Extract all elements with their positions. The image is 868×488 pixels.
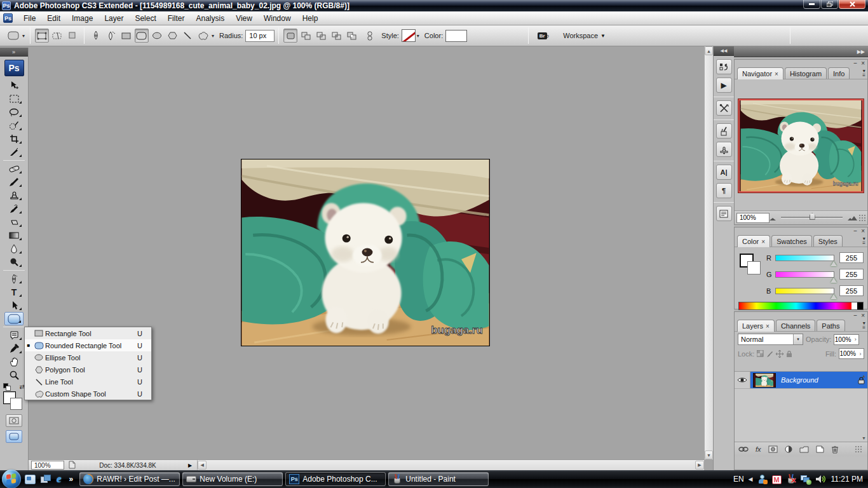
taskbar-button-explorer[interactable]: New Volume (E:) bbox=[182, 472, 283, 486]
pen-tool-button[interactable] bbox=[4, 272, 24, 285]
tab-close-icon[interactable]: × bbox=[775, 71, 778, 78]
panel-minimize-icon[interactable]: − bbox=[853, 228, 857, 234]
intersect-shape-button[interactable] bbox=[329, 29, 343, 43]
panel-resize-grip[interactable] bbox=[855, 445, 862, 453]
history-brush-tool-button[interactable] bbox=[4, 202, 24, 215]
restore-button[interactable] bbox=[821, 0, 838, 9]
network-tray-icon[interactable] bbox=[801, 474, 811, 484]
scroll-right-icon[interactable]: ▶ bbox=[695, 461, 704, 470]
taskbar-button-paint[interactable]: Untitled - Paint bbox=[388, 472, 489, 486]
menu-analysis[interactable]: Analysis bbox=[190, 13, 230, 24]
workspace-arrow-icon[interactable]: ▼ bbox=[600, 33, 606, 39]
layer-comps-panel-icon[interactable] bbox=[716, 206, 732, 221]
add-to-shape-button[interactable] bbox=[299, 29, 313, 43]
flyout-item-rounded-rectangle[interactable]: ■ Rounded Rectangle Tool U bbox=[25, 339, 151, 351]
layer-thumbnail[interactable] bbox=[753, 373, 776, 388]
new-shape-layer-button[interactable] bbox=[283, 29, 297, 43]
menu-image[interactable]: Image bbox=[66, 13, 98, 24]
ellipse-shape-button[interactable] bbox=[150, 29, 164, 43]
blend-mode-select[interactable]: Normal ▾ bbox=[738, 334, 803, 345]
messenger-tray-icon[interactable] bbox=[757, 474, 768, 484]
clock[interactable]: 11:21 PM bbox=[831, 475, 863, 484]
layer-style-icon[interactable]: fx bbox=[756, 445, 761, 453]
color-swatch[interactable] bbox=[445, 30, 467, 42]
radius-input[interactable]: 10 px bbox=[245, 30, 275, 42]
list-scroll-down-icon[interactable]: ▼ bbox=[862, 436, 866, 440]
green-slider[interactable] bbox=[775, 271, 834, 278]
gradient-tool-button[interactable] bbox=[4, 229, 24, 242]
toolbar-collapse-icon[interactable]: » bbox=[0, 48, 28, 57]
character-panel-icon[interactable]: A| bbox=[716, 165, 732, 180]
line-shape-button[interactable] bbox=[180, 29, 194, 43]
shape-tool-button[interactable] bbox=[4, 312, 24, 325]
crop-tool-button[interactable] bbox=[4, 132, 24, 146]
new-group-icon[interactable] bbox=[799, 446, 809, 453]
shape-options-dropdown-icon[interactable]: ▾ bbox=[212, 33, 214, 39]
blur-tool-button[interactable] bbox=[4, 242, 24, 255]
volume-tray-icon[interactable] bbox=[815, 474, 825, 484]
hand-tool-button[interactable] bbox=[4, 355, 24, 369]
type-tool-button[interactable]: T bbox=[4, 285, 24, 299]
fill-pixels-mode-button[interactable] bbox=[65, 29, 79, 43]
bridge-button[interactable]: Br ⌕ bbox=[532, 29, 554, 43]
status-menu-icon[interactable]: ▶ bbox=[188, 463, 192, 468]
rounded-rectangle-shape-button[interactable] bbox=[135, 29, 149, 43]
clone-stamp-tool-button[interactable] bbox=[4, 189, 24, 202]
style-swatch[interactable] bbox=[402, 29, 416, 42]
slice-tool-button[interactable] bbox=[4, 146, 24, 159]
language-indicator[interactable]: EN bbox=[733, 475, 744, 484]
zoom-in-icon[interactable] bbox=[848, 212, 857, 224]
fill-field[interactable]: 100% › bbox=[839, 348, 864, 359]
red-slider[interactable] bbox=[775, 255, 834, 261]
dock-expand-icon[interactable]: ▶▶ bbox=[857, 49, 865, 55]
switch-windows-icon[interactable] bbox=[41, 475, 51, 484]
spinner-icon[interactable]: › bbox=[852, 336, 858, 342]
lock-pixels-icon[interactable] bbox=[766, 350, 773, 358]
navigator-proxy-view[interactable] bbox=[738, 99, 864, 193]
menu-layer[interactable]: Layer bbox=[98, 13, 129, 24]
panel-close-icon[interactable]: × bbox=[861, 228, 865, 234]
menu-help[interactable]: Help bbox=[297, 13, 324, 24]
lock-all-icon[interactable] bbox=[786, 350, 792, 358]
panel-minimize-icon[interactable]: − bbox=[853, 313, 857, 319]
menu-edit[interactable]: Edit bbox=[41, 13, 66, 24]
screen-mode-button[interactable] bbox=[6, 430, 22, 443]
shape-layers-mode-button[interactable] bbox=[35, 29, 49, 43]
scroll-down-icon[interactable]: ▼ bbox=[705, 451, 713, 459]
red-value-field[interactable]: 255 bbox=[839, 252, 864, 263]
green-slider-thumb[interactable] bbox=[831, 278, 837, 283]
layer-row-background[interactable]: Background bbox=[735, 372, 867, 389]
panel-resize-grip[interactable] bbox=[858, 214, 866, 222]
close-button[interactable] bbox=[839, 0, 865, 9]
document-image[interactable] bbox=[241, 159, 490, 346]
spinner-icon[interactable]: › bbox=[857, 351, 864, 357]
panel-close-icon[interactable]: × bbox=[861, 60, 865, 67]
tab-swatches[interactable]: Swatches bbox=[771, 235, 812, 247]
opacity-field[interactable]: 100% › bbox=[834, 334, 859, 345]
tab-color[interactable]: Color × bbox=[737, 235, 770, 247]
healing-brush-tool-button[interactable] bbox=[4, 162, 24, 175]
taskbar-button-photoshop[interactable]: Ps Adobe Photoshop C... bbox=[285, 472, 386, 486]
marquee-tool-button[interactable] bbox=[4, 92, 24, 105]
history-panel-icon[interactable] bbox=[716, 59, 732, 74]
vertical-scrollbar[interactable]: ▲ ▼ bbox=[704, 46, 713, 459]
zoom-level-field[interactable]: 100% bbox=[31, 461, 64, 470]
chevron-down-icon[interactable]: ▾ bbox=[793, 334, 803, 344]
panel-minimize-icon[interactable]: − bbox=[853, 60, 857, 67]
tool-presets-panel-icon[interactable] bbox=[716, 100, 732, 116]
tab-channels[interactable]: Channels bbox=[776, 320, 815, 331]
navigator-zoom-field[interactable]: 100% bbox=[736, 213, 770, 223]
scroll-up-icon[interactable]: ▲ bbox=[705, 46, 713, 55]
flyout-item-line[interactable]: Line Tool U bbox=[25, 376, 151, 388]
panel-close-icon[interactable]: × bbox=[861, 313, 865, 319]
menu-file[interactable]: File bbox=[18, 13, 41, 24]
polygon-shape-button[interactable] bbox=[165, 29, 179, 43]
tab-navigator[interactable]: Navigator × bbox=[737, 67, 783, 79]
default-colors-icon[interactable] bbox=[3, 383, 11, 391]
blue-slider-thumb[interactable] bbox=[831, 294, 837, 299]
minimize-button[interactable] bbox=[803, 0, 820, 9]
toolbar-overflow-icon[interactable]: » bbox=[69, 475, 74, 484]
rectangle-shape-button[interactable] bbox=[119, 29, 133, 43]
panel-menu-icon[interactable]: ▾≡ bbox=[862, 237, 865, 245]
link-layers-icon[interactable] bbox=[738, 447, 749, 452]
